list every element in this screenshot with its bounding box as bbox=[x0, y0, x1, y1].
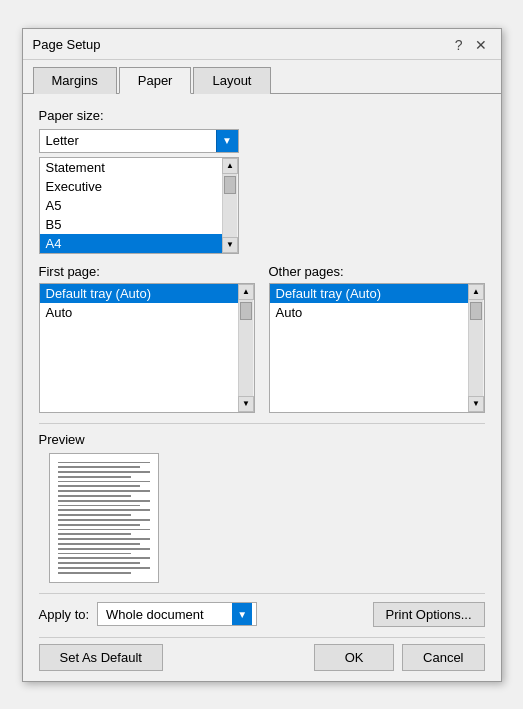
apply-to-select[interactable]: Whole document ▼ bbox=[97, 602, 257, 626]
other-pages-scroll-thumb[interactable] bbox=[470, 302, 482, 320]
apply-to-row: Apply to: Whole document ▼ Print Options… bbox=[39, 602, 485, 627]
preview-label: Preview bbox=[39, 432, 485, 447]
preview-box bbox=[49, 453, 159, 583]
first-page-list: Default tray (Auto) Auto ▲ ▼ bbox=[39, 283, 255, 413]
other-pages-list: Default tray (Auto) Auto ▲ ▼ bbox=[269, 283, 485, 413]
ok-cancel-group: OK Cancel bbox=[314, 644, 484, 671]
first-page-item-auto[interactable]: Auto bbox=[40, 303, 238, 322]
cancel-button[interactable]: Cancel bbox=[402, 644, 484, 671]
preview-line-7 bbox=[58, 490, 150, 492]
preview-line-3 bbox=[58, 471, 150, 473]
other-pages-scroll-track bbox=[469, 300, 483, 396]
other-pages-scrollbar: ▲ ▼ bbox=[468, 284, 484, 412]
preview-line-11 bbox=[58, 509, 150, 511]
other-pages-list-items: Default tray (Auto) Auto bbox=[270, 284, 468, 412]
paper-size-item-executive[interactable]: Executive bbox=[40, 177, 222, 196]
preview-line-16 bbox=[58, 533, 132, 535]
other-pages-scroll-down[interactable]: ▼ bbox=[468, 396, 484, 412]
page-setup-dialog: Page Setup ? ✕ Margins Paper Layout Pape… bbox=[22, 28, 502, 682]
preview-line-13 bbox=[58, 519, 150, 521]
preview-line-20 bbox=[58, 553, 132, 555]
paper-size-item-a4[interactable]: A4 bbox=[40, 234, 222, 253]
ok-button[interactable]: OK bbox=[314, 644, 394, 671]
section-divider bbox=[39, 423, 485, 424]
apply-to-dropdown-arrow[interactable]: ▼ bbox=[232, 603, 252, 625]
paper-size-dropdown-list: Statement Executive A5 B5 A4 ▲ ▼ bbox=[39, 157, 239, 254]
first-page-scroll-up[interactable]: ▲ bbox=[238, 284, 254, 300]
apply-to-value: Whole document bbox=[102, 607, 232, 622]
dialog-content: Paper size: Letter ▼ Statement Executive… bbox=[23, 94, 501, 681]
set-as-default-button[interactable]: Set As Default bbox=[39, 644, 163, 671]
preview-line-8 bbox=[58, 495, 132, 497]
preview-line-21 bbox=[58, 557, 150, 559]
apply-to-label: Apply to: bbox=[39, 607, 90, 622]
title-bar: Page Setup ? ✕ bbox=[23, 29, 501, 60]
dialog-title: Page Setup bbox=[33, 37, 101, 52]
paper-size-scrollbar: ▲ ▼ bbox=[222, 158, 238, 253]
preview-line-22 bbox=[58, 562, 141, 564]
paper-size-item-a5[interactable]: A5 bbox=[40, 196, 222, 215]
first-page-scroll-down[interactable]: ▼ bbox=[238, 396, 254, 412]
paper-size-item-statement[interactable]: Statement bbox=[40, 158, 222, 177]
paper-size-dropdown-arrow[interactable]: ▼ bbox=[216, 130, 238, 152]
preview-line-12 bbox=[58, 514, 132, 516]
other-pages-item-auto[interactable]: Auto bbox=[270, 303, 468, 322]
preview-line-10 bbox=[58, 505, 141, 507]
first-page-scrollbar: ▲ ▼ bbox=[238, 284, 254, 412]
other-pages-item-default[interactable]: Default tray (Auto) bbox=[270, 284, 468, 303]
tray-sections: First page: Default tray (Auto) Auto ▲ ▼ bbox=[39, 264, 485, 413]
tab-margins[interactable]: Margins bbox=[33, 67, 117, 94]
close-icon[interactable]: ✕ bbox=[471, 37, 491, 53]
first-page-section: First page: Default tray (Auto) Auto ▲ ▼ bbox=[39, 264, 255, 413]
help-icon[interactable]: ? bbox=[451, 37, 467, 53]
tab-paper[interactable]: Paper bbox=[119, 67, 192, 94]
first-page-item-default[interactable]: Default tray (Auto) bbox=[40, 284, 238, 303]
bottom-row: Set As Default OK Cancel bbox=[39, 637, 485, 671]
preview-line-5 bbox=[58, 481, 150, 483]
first-page-scroll-track bbox=[239, 300, 253, 396]
preview-line-23 bbox=[58, 567, 150, 569]
other-pages-section: Other pages: Default tray (Auto) Auto ▲ … bbox=[269, 264, 485, 413]
paper-size-scroll-down[interactable]: ▼ bbox=[222, 237, 238, 253]
tab-bar: Margins Paper Layout bbox=[23, 60, 501, 94]
paper-size-label: Paper size: bbox=[39, 108, 485, 123]
paper-size-value: Letter bbox=[40, 133, 216, 148]
paper-size-list-items: Statement Executive A5 B5 A4 bbox=[40, 158, 222, 253]
preview-line-9 bbox=[58, 500, 150, 502]
preview-line-17 bbox=[58, 538, 150, 540]
other-pages-scroll-up[interactable]: ▲ bbox=[468, 284, 484, 300]
preview-line-4 bbox=[58, 476, 132, 478]
paper-size-scroll-track bbox=[223, 174, 237, 237]
preview-line-18 bbox=[58, 543, 141, 545]
preview-line-15 bbox=[58, 529, 150, 531]
title-bar-controls: ? ✕ bbox=[451, 37, 491, 53]
print-options-button[interactable]: Print Options... bbox=[373, 602, 485, 627]
preview-line-24 bbox=[58, 572, 132, 574]
tab-layout[interactable]: Layout bbox=[193, 67, 270, 94]
first-page-list-items: Default tray (Auto) Auto bbox=[40, 284, 238, 412]
preview-line-19 bbox=[58, 548, 150, 550]
paper-size-select[interactable]: Letter ▼ bbox=[39, 129, 239, 153]
section-divider-2 bbox=[39, 593, 485, 594]
preview-line-6 bbox=[58, 485, 141, 487]
first-page-scroll-thumb[interactable] bbox=[240, 302, 252, 320]
preview-section: Preview bbox=[39, 432, 485, 583]
paper-size-scroll-up[interactable]: ▲ bbox=[222, 158, 238, 174]
paper-size-item-b5[interactable]: B5 bbox=[40, 215, 222, 234]
preview-line-14 bbox=[58, 524, 141, 526]
preview-line-2 bbox=[58, 466, 141, 468]
other-pages-label: Other pages: bbox=[269, 264, 485, 279]
paper-size-scroll-thumb[interactable] bbox=[224, 176, 236, 194]
first-page-label: First page: bbox=[39, 264, 255, 279]
preview-line-1 bbox=[58, 462, 150, 464]
